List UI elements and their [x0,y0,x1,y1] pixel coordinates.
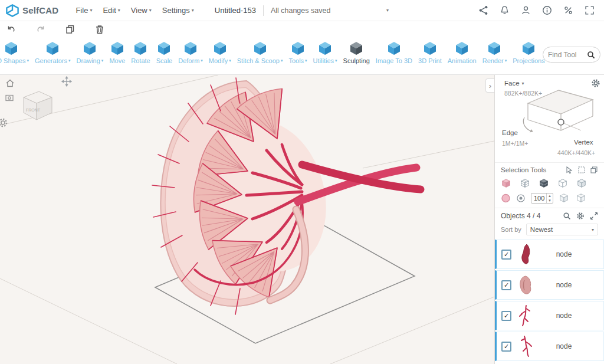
node-visibility-checkbox[interactable]: ✓ [501,250,511,260]
toolbar-tool-tools[interactable]: Tools ▾ [287,41,308,64]
selfcad-logo[interactable]: SelfCAD [6,4,58,17]
node-visibility-checkbox[interactable]: ✓ [501,342,511,352]
object-node-row[interactable]: ✓ node [495,270,604,300]
tool-cube-icon [454,41,470,57]
save-status-dropdown[interactable]: All changes saved ▾ [271,6,389,15]
node-label: node [540,281,588,289]
toolbar-tool-stitch-scoop[interactable]: Stitch & Scoop ▾ [235,41,285,64]
toolbar-tool-deform[interactable]: Deform ▾ [176,41,205,64]
toolbar-tool-rotate[interactable]: Rotate [129,41,152,64]
find-tool-input[interactable] [548,51,585,59]
viewport-canvas[interactable] [0,75,494,364]
document-title[interactable]: Untitled-153 [215,6,256,15]
object-node-row[interactable]: ✓ node [495,332,604,361]
tool-label: 3D Shapes [0,57,25,64]
logo-icon [6,4,19,17]
brush-size-input[interactable]: 100 ▲▼ [531,193,553,204]
cube-outline-select-icon[interactable] [557,178,569,189]
object-node-row[interactable]: ✓ node [495,240,604,269]
menu-view[interactable]: View ▾ [126,0,157,21]
gear-icon[interactable] [576,212,585,220]
chevron-down-icon: ▾ [592,227,594,232]
edge-count: 1M+/1M+ [502,140,528,147]
tool-label: Move [109,57,125,64]
cube-outline2-select-icon[interactable] [576,178,588,189]
symmetry-icon[interactable] [559,193,570,204]
tool-cube-icon [110,41,125,57]
toolbar-tool-scale[interactable]: Scale [155,41,175,64]
sort-select[interactable]: Newest ▾ [526,224,598,235]
toolbar-tool-utilities[interactable]: Utilities ▾ [311,41,339,64]
user-account-icon[interactable] [521,5,531,15]
nav-cube-face-label: FRONT [26,108,41,112]
chevron-down-icon: ▾ [386,8,389,13]
tool-label: Drawing [77,57,100,64]
toolbar-tool-projections[interactable]: Projections [511,41,546,64]
menu-file[interactable]: File ▾ [70,0,97,21]
share-icon[interactable] [478,5,488,15]
viewport[interactable]: FRONT › [0,75,494,364]
toolbar-tool-generators[interactable]: Generators ▾ [33,41,73,64]
face-select-mode-icon[interactable] [501,178,513,189]
divider [263,5,264,16]
toolbar-tool-modify[interactable]: Modify ▾ [207,41,233,64]
redo-button[interactable] [35,24,46,35]
tool-label: Image To 3D [376,57,412,64]
fullscreen-icon[interactable] [585,5,595,15]
shortcuts-icon[interactable] [563,5,573,15]
tool-cube-icon [183,41,198,57]
find-tool-box[interactable] [543,47,600,63]
save-status-label: All changes saved [271,6,330,15]
toolbar-tool-3d-print[interactable]: 3D Print [416,41,444,64]
panel-collapse-button[interactable]: › [485,78,494,93]
info-icon[interactable] [542,5,552,15]
toolbar-tool-image-to-3d[interactable]: Image To 3D [374,41,414,64]
object-node-row[interactable]: ✓ node [495,301,604,330]
wireframe-select-mode-icon[interactable] [520,178,531,189]
menu-settings[interactable]: Settings ▾ [157,0,199,21]
vertex-count: 440K+/440K+ [557,149,595,156]
stepper-arrows[interactable]: ▲▼ [546,194,553,203]
edge-label: Edge [502,129,518,136]
brush-shape-icon[interactable] [501,193,511,204]
dropdown-caret-icon: ▾ [505,58,507,63]
toolbar-tool-sculpting[interactable]: Sculpting [342,41,372,64]
toolbar-tool-animation[interactable]: Animation [446,41,478,64]
node-visibility-checkbox[interactable]: ✓ [501,311,511,321]
toolbar-tool-3d-shapes[interactable]: 3D Shapes ▾ [0,41,31,64]
chevron-down-icon: ▾ [118,8,120,13]
soft-select-icon[interactable] [516,193,526,204]
brush-settings-row: 100 ▲▼ [501,193,598,204]
tool-label: Deform [178,57,199,64]
mesh-select-mode-icon[interactable] [539,178,550,189]
tool-cube-icon [252,41,268,57]
search-icon[interactable] [587,51,595,59]
node-visibility-checkbox[interactable]: ✓ [501,280,511,290]
toolbar-tool-render[interactable]: Render ▾ [481,41,509,64]
face-label: Face [504,80,520,87]
copy-button[interactable] [65,24,76,35]
mirror-icon[interactable] [576,193,587,204]
snapshot-icon[interactable] [5,93,14,102]
kidney-model[interactable] [152,78,421,314]
tool-cube-icon [82,41,97,57]
dropdown-caret-icon: ▾ [27,58,29,63]
delete-button[interactable] [94,24,105,35]
viewport-settings-icon[interactable] [0,117,8,128]
undo-button[interactable] [6,24,17,35]
toolbar-tool-move[interactable]: Move [107,41,127,64]
menu-edit[interactable]: Edit ▾ [97,0,125,21]
toolbar-tool-drawing[interactable]: Drawing ▾ [75,41,106,64]
group-select-icon[interactable] [590,166,598,174]
notifications-bell-icon[interactable] [500,5,510,15]
view-cube[interactable]: FRONT [17,87,57,124]
check-icon: ✓ [504,343,509,350]
app-title: SelfCAD [22,5,58,15]
cursor-select-icon[interactable] [565,166,573,174]
camera-pan-icon[interactable] [61,76,72,87]
home-view-icon[interactable] [5,78,15,88]
gear-icon[interactable] [591,78,600,88]
search-icon[interactable] [563,212,571,220]
expand-panel-icon[interactable] [590,212,598,220]
box-select-icon[interactable] [577,166,586,174]
